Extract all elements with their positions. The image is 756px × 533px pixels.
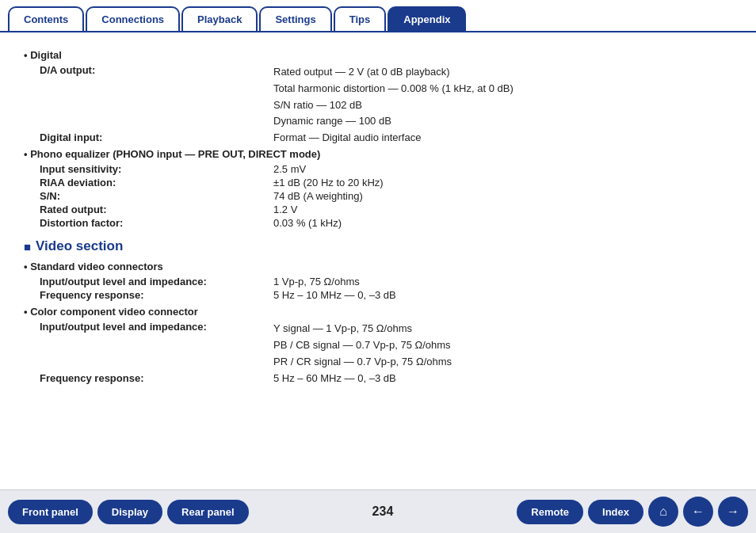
phono-row-0: Input sensitivity: 2.5 mV — [40, 163, 732, 175]
tab-settings[interactable]: Settings — [259, 6, 331, 31]
phono-row-2: S/N: 74 dB (A weighting) — [40, 190, 732, 202]
digital-input-row: Digital input: Format — Digital audio in… — [40, 131, 732, 143]
color-component-row-1: Frequency response: 5 Hz – 60 MHz — 0, –… — [40, 372, 732, 384]
da-output-value-1: Rated output — 2 V (at 0 dB playback) — [273, 64, 514, 81]
tab-navigation: Contents Connections Playback Settings T… — [0, 0, 756, 31]
home-icon: ⌂ — [659, 504, 667, 519]
display-button[interactable]: Display — [97, 500, 162, 524]
home-button[interactable]: ⌂ — [648, 497, 678, 527]
page-number: 234 — [254, 504, 513, 519]
phono-value-0: 2.5 mV — [273, 163, 306, 175]
index-button[interactable]: Index — [588, 500, 643, 524]
standard-video-value-0: 1 Vp-p, 75 Ω/ohms — [273, 276, 360, 287]
main-content: Digital D/A output: Rated output — 2 V (… — [0, 31, 756, 489]
digital-input-value: Format — Digital audio interface — [273, 131, 421, 143]
phono-value-1: ±1 dB (20 Hz to 20 kHz) — [273, 177, 384, 188]
standard-video-value-1: 5 Hz – 10 MHz — 0, –3 dB — [273, 289, 396, 301]
back-button[interactable]: ← — [683, 497, 713, 527]
da-output-value-4: Dynamic range — 100 dB — [273, 113, 514, 130]
color-component-label-1: Frequency response: — [40, 372, 273, 384]
tab-contents[interactable]: Contents — [8, 6, 84, 31]
color-component-value-1: 5 Hz – 60 MHz — 0, –3 dB — [273, 372, 396, 384]
phono-label-1: RIAA deviation: — [40, 177, 273, 188]
phono-row-3: Rated output: 1.2 V — [40, 204, 732, 215]
phono-label-4: Distortion factor: — [40, 217, 273, 229]
digital-input-label: Digital input: — [40, 131, 273, 143]
da-output-values: Rated output — 2 V (at 0 dB playback) To… — [273, 64, 514, 130]
phono-value-2: 74 dB (A weighting) — [273, 190, 363, 202]
color-component-bullet: Color component video connector — [24, 306, 732, 318]
tab-appendix[interactable]: Appendix — [388, 6, 466, 31]
phono-value-4: 0.03 % (1 kHz) — [273, 217, 342, 229]
standard-video-bullet: Standard video connectors — [24, 261, 732, 272]
phono-label-2: S/N: — [40, 190, 273, 202]
color-component-label-0: Input/output level and impedance: — [40, 321, 273, 370]
digital-bullet: Digital — [24, 49, 732, 61]
color-component-value-0-0: Y signal — 1 Vp-p, 75 Ω/ohms — [273, 321, 452, 337]
da-output-value-3: S/N ratio — 102 dB — [273, 97, 514, 114]
video-section-title: Video section — [24, 238, 732, 254]
front-panel-button[interactable]: Front panel — [8, 500, 93, 524]
phono-row-1: RIAA deviation: ±1 dB (20 Hz to 20 kHz) — [40, 177, 732, 188]
standard-video-label-0: Input/output level and impedance: — [40, 276, 273, 287]
color-component-values-0: Y signal — 1 Vp-p, 75 Ω/ohms PB / CB sig… — [273, 321, 452, 370]
tab-connections[interactable]: Connections — [86, 6, 180, 31]
bottom-navigation: Front panel Display Rear panel 234 Remot… — [0, 489, 756, 533]
color-component-value-0-1: PB / CB signal — 0.7 Vp-p, 75 Ω/ohms — [273, 337, 452, 354]
rear-panel-button[interactable]: Rear panel — [167, 500, 248, 524]
remote-button[interactable]: Remote — [517, 500, 583, 524]
color-component-row-0: Input/output level and impedance: Y sign… — [40, 321, 732, 370]
da-output-row: D/A output: Rated output — 2 V (at 0 dB … — [40, 64, 732, 130]
phono-bullet: Phono equalizer (PHONO input — PRE OUT, … — [24, 148, 732, 160]
phono-label-3: Rated output: — [40, 204, 273, 215]
forward-button[interactable]: → — [718, 497, 748, 527]
standard-video-label-1: Frequency response: — [40, 289, 273, 301]
phono-label-0: Input sensitivity: — [40, 163, 273, 175]
forward-icon: → — [727, 504, 739, 519]
phono-value-3: 1.2 V — [273, 204, 297, 215]
back-icon: ← — [692, 504, 704, 519]
standard-video-row-0: Input/output level and impedance: 1 Vp-p… — [40, 276, 732, 287]
tab-playback[interactable]: Playback — [181, 6, 258, 31]
da-output-value-2: Total harmonic distortion — 0.008 % (1 k… — [273, 81, 514, 97]
phono-row-4: Distortion factor: 0.03 % (1 kHz) — [40, 217, 732, 229]
standard-video-row-1: Frequency response: 5 Hz – 10 MHz — 0, –… — [40, 289, 732, 301]
da-output-label: D/A output: — [40, 64, 273, 130]
tab-tips[interactable]: Tips — [334, 6, 387, 31]
color-component-value-0-2: PR / CR signal — 0.7 Vp-p, 75 Ω/ohms — [273, 354, 452, 371]
